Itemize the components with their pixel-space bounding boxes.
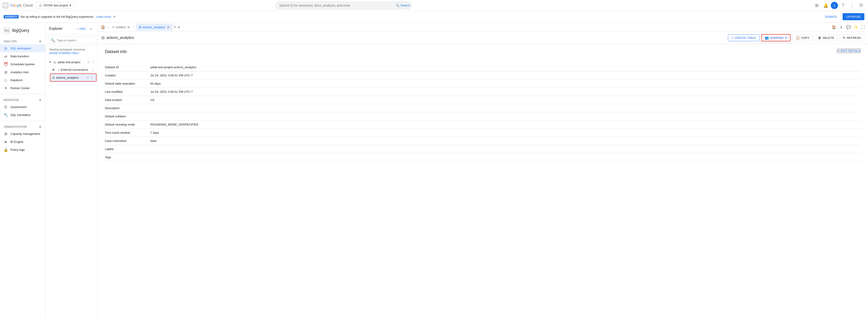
sidebar-item-label: Capacity management <box>10 132 40 136</box>
tab-untitled-label: Untitled <box>115 26 125 29</box>
info-field-label: Tags <box>105 153 150 162</box>
sidebar-item-dataform[interactable]: ◇ Dataform <box>0 76 45 84</box>
info-table-row: Time travel window 7 days <box>105 129 861 137</box>
migration-collapse-icon: ∧ <box>39 98 41 102</box>
dataset-toolbar: ⊞ actions_analytics + CREATE TABLE 👥 SHA… <box>98 32 868 44</box>
tab-chat-button[interactable]: 💬 <box>845 24 851 30</box>
dataform-icon: ◇ <box>4 78 8 82</box>
sidebar-item-label: Data transfers <box>10 55 29 58</box>
tab-expand-button[interactable]: ⛶ <box>860 24 866 30</box>
sidebar-item-capacity-management[interactable]: ⊞ Capacity management <box>0 130 45 138</box>
create-table-icon: + <box>731 36 733 39</box>
tree-project-header[interactable]: ▼ 🗂 ydtak-test-project ☆ ⋮ <box>45 58 97 66</box>
tab-add-button[interactable]: + <box>174 25 176 30</box>
dataset-info-table: Dataset ID ydtak-test-project.actions_an… <box>105 63 861 162</box>
info-field-label: Case insensitive <box>105 137 150 145</box>
sidebar-item-policy-tags[interactable]: 🔒 Policy tags <box>0 146 45 154</box>
explorer-tree: ▼ 🗂 ydtak-test-project ☆ ⋮ ▶ ⇢ <box>45 57 97 317</box>
explorer-add-button[interactable]: + ADD <box>77 27 86 30</box>
collapse-panel-button[interactable]: ◁ <box>87 26 94 32</box>
tab-more-button[interactable]: ▾ <box>177 25 181 30</box>
info-table-row: Tags <box>105 153 861 162</box>
sidebar-item-assessment[interactable]: ☰ Assessment <box>0 103 45 111</box>
tab-actions-analytics[interactable]: ⊞ actions_analytics ✕ <box>136 24 173 31</box>
administration-section-header[interactable]: Administration ∧ <box>0 123 45 130</box>
info-table-row: Data location US <box>105 96 861 104</box>
info-field-value <box>150 104 861 112</box>
sidebar-item-bi-engine[interactable]: ◈ BI Engine <box>0 138 45 146</box>
sidebar-divider-2 <box>0 121 45 121</box>
tree-item-more-button-2[interactable]: ⋮ <box>90 75 94 80</box>
analysis-collapse-icon: ∧ <box>39 39 41 44</box>
settings-icon[interactable]: D <box>857 1 865 9</box>
copy-button[interactable]: 📋 COPY <box>793 34 813 41</box>
sidebar-app-name: BigQuery <box>12 28 29 33</box>
delete-button[interactable]: 🗑 DELETE <box>815 34 838 41</box>
sidebar-item-analytics-hub[interactable]: ⊞ Analytics Hub <box>0 68 45 76</box>
sidebar-item-label: SQL workspace <box>10 47 31 50</box>
tab-info-button[interactable]: ℹ <box>838 24 844 30</box>
migration-section-header[interactable]: Migration ∧ <box>0 96 45 103</box>
info-table-row: Created Jul 24, 2023, 4:56:51 PM UTC-7 <box>105 71 861 80</box>
tree-more-button[interactable]: ⋮ <box>92 60 96 64</box>
sidebar-item-sql-workspace[interactable]: ◎ SQL workspace <box>0 44 45 52</box>
dropdown-arrow-icon: ▾ <box>69 4 71 7</box>
bi-engine-icon: ◈ <box>4 140 8 144</box>
tab-home[interactable]: 🏠 <box>99 24 107 31</box>
delete-icon: 🗑 <box>818 36 821 39</box>
tab-dataset-close[interactable]: ✕ <box>166 25 170 30</box>
sidebar-item-scheduled-queries[interactable]: ⏰ Scheduled queries <box>0 60 45 68</box>
bigquery-logo-icon: BQ <box>4 27 10 34</box>
create-table-button[interactable]: + CREATE TABLE <box>728 34 760 41</box>
sql-translation-icon: 🔧 <box>4 113 8 117</box>
tree-star-button[interactable]: ☆ <box>87 60 91 64</box>
analysis-section-header[interactable]: Analysis ∧ <box>0 37 45 44</box>
tree-item-actions-analytics[interactable]: ⊞ actions_analytics ☆ ⋮ <box>50 74 96 82</box>
sharing-button[interactable]: 👥 SHARING ▾ <box>761 34 790 41</box>
notifications-icon[interactable]: 🔔 <box>822 1 830 9</box>
tab-untitled-close[interactable]: ✕ <box>127 25 130 30</box>
info-field-label: Created <box>105 71 150 80</box>
dismiss-button[interactable]: DISMISS <box>822 13 840 20</box>
tree-item-star-button[interactable]: ☆ <box>86 75 90 80</box>
learn-more-link[interactable]: Learn more <box>96 15 111 19</box>
sidebar-item-data-transfers[interactable]: ⇄ Data transfers <box>0 52 45 60</box>
tree-item-actions: ⋮ <box>91 67 95 72</box>
user-avatar[interactable]: 1 <box>831 2 838 9</box>
sidebar-item-sql-translation[interactable]: 🔧 SQL translation <box>0 111 45 119</box>
explorer-search-input[interactable] <box>57 39 95 42</box>
tree-item-label: actions_analytics <box>56 76 85 79</box>
tab-bar: 🏠 | ≡ Untitled ✕ | ⊞ actions_analytics ✕ <box>98 23 868 32</box>
refresh-button[interactable]: ↻ REFRESH <box>839 34 864 41</box>
sidebar-item-partner-center[interactable]: ✦ Partner Center <box>0 84 45 92</box>
upgrade-button[interactable]: UPGRADE <box>843 13 864 20</box>
hamburger-menu[interactable] <box>3 3 8 8</box>
copy-icon: 📋 <box>796 36 800 39</box>
tab-untitled[interactable]: ≡ Untitled ✕ <box>110 24 133 31</box>
help-icon[interactable]: ? <box>839 1 847 9</box>
tab-separator-2: | <box>134 25 135 30</box>
dataset-view: ⊞ actions_analytics + CREATE TABLE 👥 SHA… <box>98 32 868 317</box>
edit-details-button[interactable]: ✏ EDIT DETAILS <box>837 49 861 53</box>
info-table-row: Default rounding mode ROUNDING_MODE_UNSP… <box>105 120 861 129</box>
info-field-value: US <box>150 96 861 104</box>
more-options-icon[interactable]: ⋮ <box>848 1 856 9</box>
project-selector[interactable]: ⊙ YDTAK test project ▾ <box>36 2 74 9</box>
show-starred-link[interactable]: SHOW STARRED ONLY <box>49 52 94 55</box>
tab-pin-button[interactable]: 🏠 <box>831 24 837 30</box>
apps-icon[interactable]: ⊞ <box>813 1 821 9</box>
capacity-management-icon: ⊞ <box>4 132 8 136</box>
info-field-value <box>150 153 861 162</box>
tab-sparkle-button[interactable]: ✨ <box>852 24 859 30</box>
explorer-actions: + ADD ◁ <box>77 26 94 32</box>
data-transfers-icon: ⇄ <box>4 54 8 58</box>
tab-dataset-label: actions_analytics <box>143 26 165 29</box>
tab-separator-1: | <box>107 25 109 30</box>
search-input[interactable] <box>276 2 412 9</box>
search-button[interactable]: 🔍 Search <box>396 4 410 7</box>
tree-project-icon: 🗂 <box>53 60 56 64</box>
tab-dataset-icon: ⊞ <box>139 26 141 29</box>
tree-item-more-button[interactable]: ⋮ <box>91 67 95 72</box>
tree-item-external-connections[interactable]: ▶ ⇢ External connections ⋮ <box>50 66 96 73</box>
left-sidebar: BQ BigQuery Analysis ∧ ◎ SQL workspace ⇄… <box>0 23 45 317</box>
